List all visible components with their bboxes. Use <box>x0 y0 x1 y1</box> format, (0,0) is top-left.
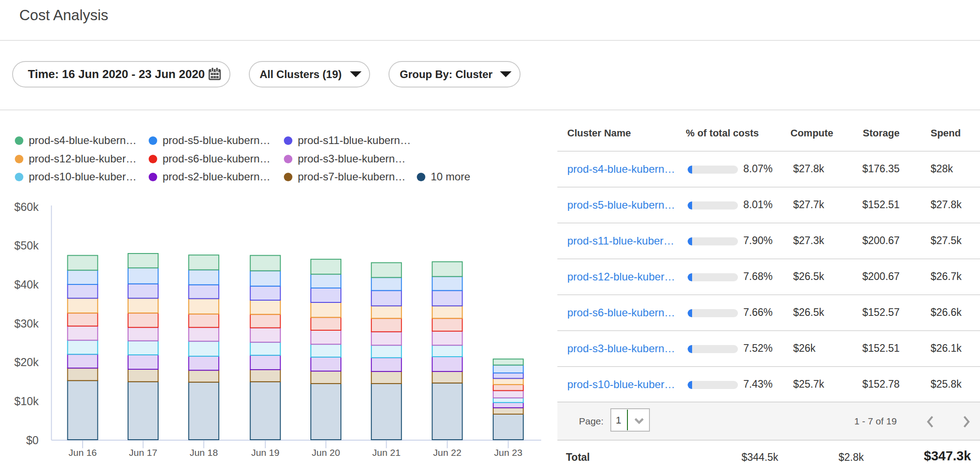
svg-text:$20k: $20k <box>14 356 39 368</box>
svg-text:$50k: $50k <box>14 239 39 252</box>
svg-text:Jun 18: Jun 18 <box>190 447 218 458</box>
svg-text:Jun 19: Jun 19 <box>251 447 279 458</box>
svg-text:$0: $0 <box>26 434 39 446</box>
svg-text:Jun 21: Jun 21 <box>372 447 401 458</box>
svg-text:$60k: $60k <box>14 201 39 213</box>
svg-text:$30k: $30k <box>14 317 39 330</box>
svg-text:$10k: $10k <box>14 395 39 407</box>
svg-text:Jun 17: Jun 17 <box>129 447 157 458</box>
svg-text:Jun 22: Jun 22 <box>433 447 461 458</box>
svg-text:$40k: $40k <box>14 278 39 291</box>
svg-text:Jun 16: Jun 16 <box>68 447 97 458</box>
svg-text:Jun 20: Jun 20 <box>312 447 340 458</box>
svg-text:Jun 23: Jun 23 <box>494 447 522 458</box>
